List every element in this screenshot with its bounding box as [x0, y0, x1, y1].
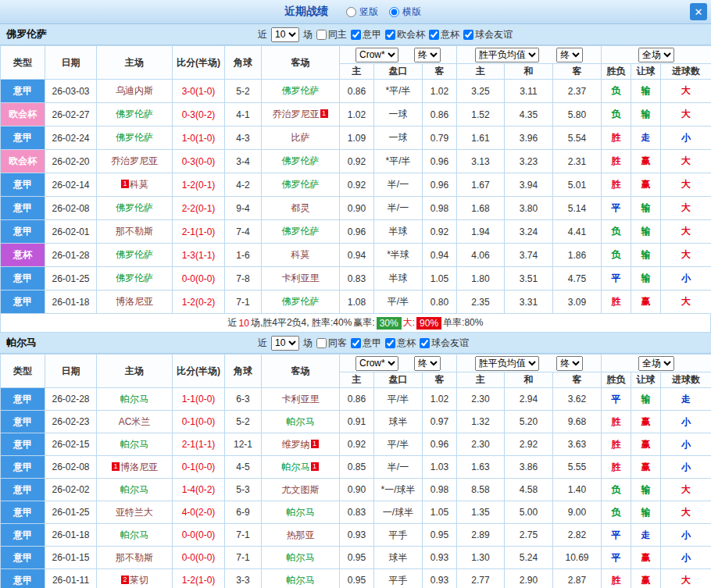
result-handicap-cell: 输	[631, 501, 661, 524]
bookmaker-select[interactable]: Crow*	[356, 48, 398, 62]
away-team-cell: 乔治罗尼亚1	[262, 103, 340, 127]
home-team-cell: 那不勒斯	[97, 547, 173, 569]
same-venue-filter-checkbox[interactable]	[316, 338, 327, 348]
result-goal-cell: 小	[661, 127, 711, 150]
league-filter[interactable]: 意杯	[429, 28, 459, 41]
odds-final-select[interactable]: 终	[414, 356, 441, 371]
away-odds-cell: 0.95	[423, 524, 457, 547]
summary-part: 赢率:	[353, 316, 374, 330]
same-venue-filter[interactable]: 同客	[316, 337, 347, 350]
home-odds-cell: 1.08	[340, 290, 374, 314]
match-date-cell: 26-01-28	[45, 244, 97, 267]
league-filter[interactable]: 欧会杯	[385, 28, 425, 41]
league-filter-checkbox[interactable]	[463, 30, 473, 40]
same-venue-filter[interactable]: 同主	[316, 28, 347, 41]
avg-away-cell: 4.75	[553, 267, 602, 290]
avg-final-select[interactable]: 终	[556, 356, 583, 371]
match-date-cell: 26-01-25	[45, 501, 97, 524]
layout-option-horizontal[interactable]: 横版	[389, 5, 421, 19]
team-title: 佛罗伦萨	[0, 27, 47, 41]
avg-away-cell: 3.62	[553, 388, 602, 411]
layout-option-vertical[interactable]: 竖版	[346, 5, 378, 19]
result-goal-cell: 大	[661, 244, 711, 267]
avg-final-select[interactable]: 终	[556, 48, 583, 62]
league-filter[interactable]: 意甲	[351, 337, 381, 350]
result-goal-cell: 大	[661, 197, 711, 220]
avg-away-cell: 2.87	[553, 569, 602, 588]
opponent-team-name: 科莫	[130, 179, 148, 190]
league-filter-checkbox[interactable]	[351, 338, 361, 348]
league-type-cell: 意甲	[1, 569, 45, 588]
league-filter[interactable]: 球会友谊	[420, 337, 469, 350]
away-team-cell: 帕尔马1	[262, 456, 340, 479]
summary-part: 近	[228, 316, 238, 330]
handicap-cell: *平/半	[374, 150, 423, 173]
avg-away-cell: 3.09	[553, 290, 602, 314]
close-button[interactable]: ✕	[690, 3, 707, 20]
match-scope-select[interactable]: 全场	[638, 356, 674, 371]
same-venue-filter-checkbox[interactable]	[316, 30, 327, 40]
league-type-cell: 意甲	[1, 127, 45, 150]
result-wdl-cell: 平	[602, 267, 631, 290]
result-goal-cell: 小	[661, 267, 711, 290]
opponent-team-name: 都灵	[291, 202, 310, 213]
avg-type-select[interactable]: 胜平负均值	[475, 48, 539, 62]
recent-count-select[interactable]: 10	[271, 336, 299, 351]
focus-team-name: 佛罗伦萨	[282, 179, 320, 190]
home-team-cell: 帕尔马	[97, 479, 173, 501]
avg-group-header: 胜平负均值终	[457, 355, 602, 372]
result-goal-cell: 小	[661, 411, 711, 433]
avg-draw-cell: 5.24	[505, 547, 553, 569]
home-team-cell: 佛罗伦萨	[97, 103, 173, 127]
league-filter[interactable]: 球会友谊	[463, 28, 513, 41]
league-type-cell: 意甲	[1, 267, 45, 290]
league-filter-checkbox[interactable]	[351, 30, 361, 40]
away-team-cell: 比萨	[262, 127, 340, 150]
score-cell: 1-1(0-0)	[173, 388, 225, 411]
opponent-team-name: 亚特兰大	[116, 507, 153, 518]
result-goal-cell: 小	[661, 433, 711, 456]
league-filter-checkbox[interactable]	[385, 338, 395, 348]
league-filter-checkbox[interactable]	[420, 338, 430, 348]
match-row: 意甲26-02-23AC米兰0-1(0-0)5-2帕尔马0.91球半0.971.…	[1, 411, 711, 433]
avg-away-cell: 5.01	[553, 173, 602, 197]
league-filter[interactable]: 意杯	[385, 337, 416, 350]
corner-cell: 4-3	[225, 127, 262, 150]
bookmaker-select[interactable]: Crow*	[356, 356, 398, 371]
score-cell: 0-0(0-0)	[173, 524, 225, 547]
home-odds-cell: 0.86	[340, 388, 374, 411]
sub-column-header: 胜负	[602, 372, 631, 388]
avg-away-cell: 5.14	[553, 197, 602, 220]
league-filter-checkbox[interactable]	[429, 30, 439, 40]
home-odds-cell: 0.95	[340, 569, 374, 588]
match-date-cell: 26-02-20	[45, 150, 97, 173]
result-wdl-cell: 胜	[602, 173, 631, 197]
corner-cell: 4-5	[225, 456, 262, 479]
match-date-cell: 26-01-18	[45, 290, 97, 314]
league-filter[interactable]: 意甲	[351, 28, 381, 41]
opponent-team-name: 科莫	[291, 249, 310, 260]
red-card-badge: 1	[311, 440, 319, 448]
column-header: 日期	[45, 46, 97, 80]
league-filter-label: 球会友谊	[431, 337, 469, 350]
red-card-badge: 1	[320, 109, 328, 118]
match-date-cell: 26-02-14	[45, 173, 97, 197]
match-row: 意杯26-01-28佛罗伦萨1-3(1-1)1-6科莫0.94*半球0.944.…	[1, 244, 711, 267]
match-row: 意甲26-01-25亚特兰大4-0(2-0)6-9帕尔马0.83一/球半1.05…	[1, 501, 711, 524]
handicap-cell: 球半	[374, 547, 423, 569]
match-scope-select[interactable]: 全场	[638, 48, 674, 62]
focus-team-name: 帕尔马	[287, 575, 315, 586]
avg-draw-cell: 2.75	[505, 524, 553, 547]
home-team-cell: 帕尔马	[97, 388, 173, 411]
league-filter-checkbox[interactable]	[385, 30, 395, 40]
odds-final-select[interactable]: 终	[414, 48, 441, 62]
avg-away-cell: 10.69	[553, 547, 602, 569]
focus-team-name: 帕尔马	[287, 552, 315, 563]
result-group-header: 全场	[602, 46, 711, 64]
avg-type-select[interactable]: 胜平负均值	[475, 356, 539, 371]
opponent-team-name: 乌迪内斯	[116, 85, 153, 96]
recent-count-select[interactable]: 10	[271, 27, 299, 42]
sub-column-header: 进球数	[661, 372, 711, 388]
horizontal-layout-radio[interactable]	[389, 7, 399, 17]
vertical-layout-radio[interactable]	[346, 7, 356, 17]
